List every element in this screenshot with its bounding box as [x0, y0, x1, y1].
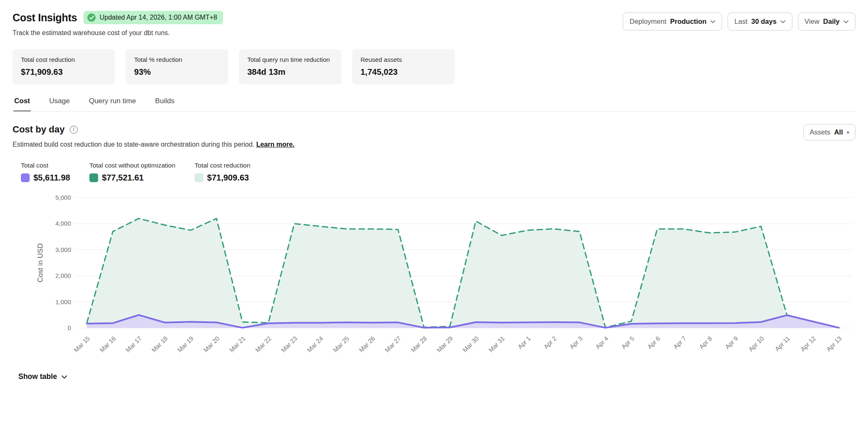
svg-text:Mar 15: Mar 15 [72, 335, 91, 353]
check-icon [87, 13, 96, 22]
card-label: Total query run time reduction [247, 56, 333, 63]
page-title: Cost Insights [13, 12, 77, 24]
summary-card-total-pct-reduction: Total % reduction 93% [126, 49, 228, 84]
deployment-filter-value: Production [670, 18, 706, 25]
summary-card-total-cost-reduction: Total cost reduction $71,909.63 [13, 49, 115, 84]
legend-item-without-optimization: Total cost without optimization $77,521.… [89, 162, 175, 183]
svg-text:Apr 13: Apr 13 [825, 335, 843, 353]
svg-text:0: 0 [68, 324, 71, 331]
assets-filter-dropdown[interactable]: Assets All ▾ [803, 124, 855, 140]
updated-badge-text: Updated Apr 14, 2026, 1:00 AM GMT+8 [99, 14, 217, 21]
svg-text:Apr 9: Apr 9 [723, 335, 739, 350]
legend-item-cost-reduction: Total cost reduction $71,909.63 [195, 162, 251, 183]
svg-text:Mar 18: Mar 18 [150, 335, 169, 353]
legend-item-total-cost: Total cost $5,611.98 [21, 162, 70, 183]
svg-text:Apr 6: Apr 6 [646, 335, 661, 350]
card-label: Total cost reduction [21, 56, 107, 63]
svg-text:Apr 3: Apr 3 [568, 335, 584, 350]
summary-cards: Total cost reduction $71,909.63 Total % … [13, 49, 855, 84]
tab-cost[interactable]: Cost [13, 94, 31, 111]
cost-by-day-section-header: Cost by day i Estimated build cost reduc… [13, 124, 855, 148]
legend-swatch-cost-reduction [195, 173, 203, 182]
show-table-button[interactable]: Show table [18, 372, 67, 381]
svg-text:Cost in USD: Cost in USD [36, 243, 44, 282]
card-label: Reused assets [360, 56, 446, 63]
card-value: 1,745,023 [360, 67, 446, 77]
svg-text:3,000: 3,000 [55, 246, 71, 253]
date-range-filter-label: Last [734, 18, 747, 25]
svg-text:Apr 7: Apr 7 [672, 335, 687, 350]
svg-text:Apr 5: Apr 5 [620, 335, 635, 350]
assets-filter-label: Assets [810, 128, 830, 136]
svg-text:Apr 4: Apr 4 [594, 335, 609, 350]
legend-swatch-without-optimization [89, 173, 98, 182]
card-label: Total % reduction [134, 56, 220, 63]
svg-text:Apr 12: Apr 12 [799, 335, 817, 353]
legend-value: $5,611.98 [33, 173, 70, 183]
deployment-filter-dropdown[interactable]: Deployment Production [623, 13, 722, 31]
section-title: Cost by day [13, 124, 65, 135]
svg-text:5,000: 5,000 [55, 194, 71, 201]
date-range-filter-value: 30 days [751, 18, 777, 25]
svg-text:Mar 21: Mar 21 [228, 335, 247, 353]
view-granularity-dropdown[interactable]: View Daily [798, 13, 855, 31]
svg-text:2,000: 2,000 [55, 272, 71, 279]
view-granularity-value: Daily [823, 18, 840, 25]
tab-builds[interactable]: Builds [154, 94, 175, 111]
legend-label: Total cost without optimization [89, 162, 175, 169]
svg-text:Mar 25: Mar 25 [332, 335, 350, 353]
legend-value: $77,521.61 [102, 173, 144, 183]
svg-text:1,000: 1,000 [55, 298, 71, 305]
summary-card-reused-assets: Reused assets 1,745,023 [352, 49, 454, 84]
cost-by-day-chart: 01,0002,0003,0004,0005,000Cost in USDMar… [13, 189, 855, 365]
section-description-text: Estimated build cost reduction due to st… [13, 141, 254, 148]
section-description: Estimated build cost reduction due to st… [13, 141, 294, 148]
tab-bar: Cost Usage Query run time Builds [13, 94, 855, 112]
chevron-down-icon [61, 372, 67, 381]
legend-label: Total cost [21, 162, 70, 169]
tab-query-run-time[interactable]: Query run time [88, 94, 137, 111]
card-value: $71,909.63 [21, 67, 107, 77]
svg-text:Mar 16: Mar 16 [98, 335, 117, 353]
summary-card-query-run-time-reduction: Total query run time reduction 384d 13m [239, 49, 341, 84]
cost-insights-page: Cost Insights Updated Apr 14, 2026, 1:00… [0, 0, 868, 389]
chevron-down-icon [843, 20, 849, 23]
info-icon[interactable]: i [70, 126, 78, 134]
show-table-label: Show table [18, 372, 57, 381]
assets-filter-value: All [834, 128, 843, 136]
filter-controls: Deployment Production Last 30 days View … [623, 11, 855, 31]
date-range-filter-dropdown[interactable]: Last 30 days [728, 13, 792, 31]
legend-value: $71,909.63 [207, 173, 249, 183]
page-header: Cost Insights Updated Apr 14, 2026, 1:00… [13, 11, 855, 37]
svg-text:Apr 10: Apr 10 [747, 335, 765, 353]
svg-text:Mar 23: Mar 23 [280, 335, 299, 353]
svg-text:Mar 28: Mar 28 [409, 335, 428, 353]
legend-label: Total cost reduction [195, 162, 251, 169]
svg-text:Mar 17: Mar 17 [124, 335, 143, 353]
svg-text:Mar 24: Mar 24 [306, 335, 325, 353]
svg-text:Mar 30: Mar 30 [461, 335, 480, 353]
svg-text:4,000: 4,000 [55, 220, 71, 227]
view-granularity-label: View [805, 18, 819, 25]
updated-badge: Updated Apr 14, 2026, 1:00 AM GMT+8 [84, 11, 223, 24]
svg-text:Mar 26: Mar 26 [358, 335, 376, 353]
svg-text:Apr 1: Apr 1 [516, 335, 532, 350]
svg-text:Mar 31: Mar 31 [487, 335, 506, 353]
card-value: 384d 13m [247, 67, 333, 77]
svg-text:Apr 2: Apr 2 [542, 335, 558, 350]
cost-chart-svg: 01,0002,0003,0004,0005,000Cost in USDMar… [13, 189, 855, 365]
svg-text:Mar 27: Mar 27 [383, 335, 402, 353]
chevron-down-icon [710, 20, 716, 23]
caret-down-icon: ▾ [847, 130, 849, 135]
learn-more-link[interactable]: Learn more. [256, 141, 294, 148]
card-value: 93% [134, 67, 220, 77]
svg-text:Mar 20: Mar 20 [202, 335, 221, 353]
chart-legend: Total cost $5,611.98 Total cost without … [13, 162, 855, 183]
tab-usage[interactable]: Usage [48, 94, 71, 111]
svg-text:Mar 29: Mar 29 [435, 335, 454, 353]
chevron-down-icon [780, 20, 786, 23]
svg-text:Apr 11: Apr 11 [773, 335, 791, 352]
svg-text:Apr 8: Apr 8 [698, 335, 713, 350]
svg-text:Mar 19: Mar 19 [176, 335, 195, 353]
legend-swatch-total-cost [21, 173, 30, 182]
